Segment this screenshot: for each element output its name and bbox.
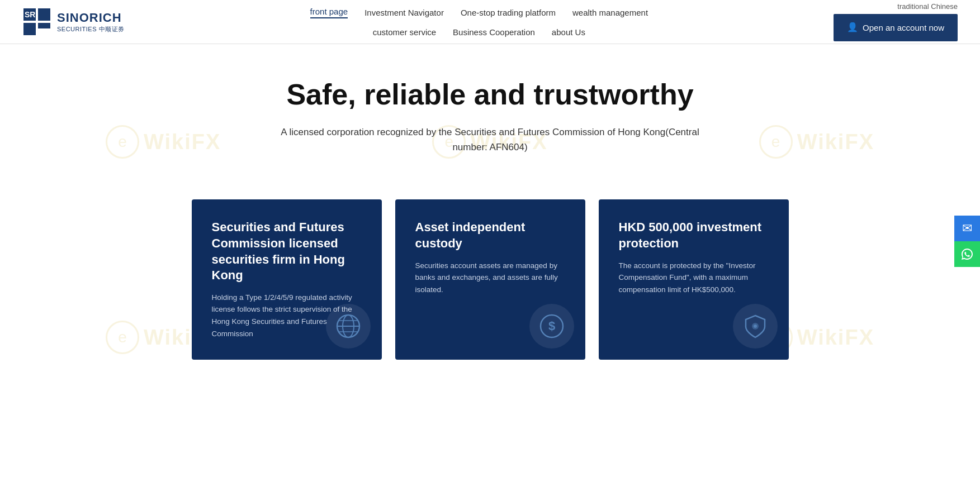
whatsapp-side-button[interactable] — [954, 241, 980, 267]
card-protection-description: The account is protected by the "Investo… — [619, 260, 772, 296]
side-buttons: ✉ — [954, 216, 980, 267]
svg-point-14 — [754, 324, 757, 328]
svg-text:SR: SR — [25, 10, 35, 19]
open-account-label: Open an account now — [863, 22, 944, 34]
open-account-icon: 👤 — [847, 22, 858, 34]
logo-brand: SINORICH — [57, 11, 125, 25]
hero-section: Safe, reliable and trustworthy A license… — [0, 44, 980, 177]
card-sfc-icon-bg — [326, 304, 371, 349]
logo-icon: SR — [22, 7, 51, 36]
svg-rect-3 — [23, 23, 36, 35]
hero-subtitle: A licensed corporation recognized by the… — [272, 125, 708, 155]
nav-bottom-row: customer service Business Cooperation ab… — [373, 23, 585, 44]
shield-icon — [742, 313, 768, 339]
svg-rect-2 — [38, 8, 50, 21]
nav-wealth-management[interactable]: wealth management — [572, 8, 648, 17]
hero-title: Safe, reliable and trustworthy — [22, 78, 958, 111]
card-asset-title: Asset independent custody — [415, 219, 569, 251]
card-protection: HKD 500,000 investment protection The ac… — [599, 199, 789, 360]
open-account-button[interactable]: 👤 Open an account now — [834, 14, 958, 41]
svg-rect-4 — [38, 23, 50, 28]
main-nav: front page Investment Navigator One-stop… — [136, 0, 822, 44]
card-sfc-title: Securities and Futures Commission licens… — [212, 219, 365, 283]
whatsapp-icon — [960, 247, 974, 261]
card-protection-icon-bg — [733, 304, 778, 349]
globe-icon — [335, 313, 361, 339]
card-asset-description: Securities account assets are managed by… — [415, 260, 569, 296]
nav-about-us[interactable]: about Us — [552, 27, 585, 37]
header-right: traditional Chinese 👤 Open an account no… — [834, 2, 958, 41]
dollar-icon: $ — [539, 313, 565, 339]
logo[interactable]: SR SINORICH SECURITIES 中顺证券 — [22, 2, 125, 42]
card-protection-title: HKD 500,000 investment protection — [619, 219, 772, 251]
nav-one-stop-trading[interactable]: One-stop trading platform — [461, 8, 556, 17]
svg-text:$: $ — [548, 319, 555, 333]
cards-section: Securities and Futures Commission licens… — [0, 177, 980, 393]
card-asset-icon-bg: $ — [529, 304, 574, 349]
nav-front-page[interactable]: front page — [310, 7, 348, 18]
nav-top-row: front page Investment Navigator One-stop… — [310, 0, 648, 23]
nav-investment-navigator[interactable]: Investment Navigator — [364, 8, 444, 17]
card-asset: $ Asset independent custody Securities a… — [395, 199, 585, 360]
header: SR SINORICH SECURITIES 中顺证券 front page I… — [0, 0, 980, 44]
email-side-button[interactable]: ✉ — [954, 216, 980, 241]
logo-sub: SECURITIES 中顺证券 — [57, 25, 125, 34]
nav-customer-service[interactable]: customer service — [373, 27, 436, 37]
card-sfc: Securities and Futures Commission licens… — [192, 199, 382, 360]
main-content: e WikiFX e WikiFX e WikiFX e WikiFX e Wi… — [0, 44, 980, 435]
nav-business-cooperation[interactable]: Business Cooperation — [453, 27, 535, 37]
lang-switch[interactable]: traditional Chinese — [897, 2, 958, 11]
